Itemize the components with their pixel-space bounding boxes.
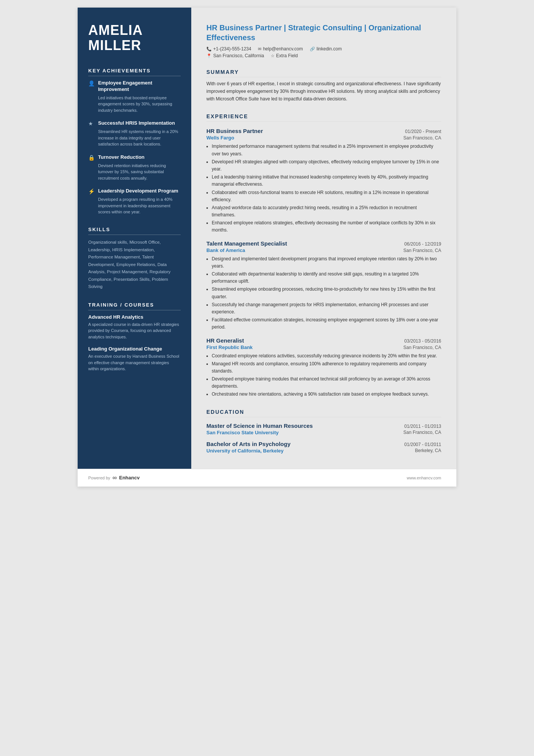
achievement-item: ⚡ Leadership Development Program Develop… [88,188,181,215]
achievement-icon-4: ⚡ [88,188,95,194]
professional-title: HR Business Partner | Strategic Consulti… [206,23,441,42]
bullet-item: Implemented performance management syste… [212,143,441,157]
education-entry: Bachelor of Arts in Psychology 01/2007 -… [206,441,441,454]
footer-left: Powered by ∞ Enhancv [88,474,140,481]
bullet-item: Managed HR records and compliance, ensur… [212,360,441,375]
footer-website: www.enhancv.com [407,476,441,480]
training-item: Leading Organizational Change An executi… [88,346,181,372]
email-contact: ✉ help@enhancv.com [258,46,303,52]
powered-by-label: Powered by [88,476,110,480]
skills-heading: SKILLS [88,227,181,235]
sidebar: AMELIA MILLER KEY ACHIEVEMENTS 👤 Employe… [78,8,191,469]
achievement-item: 👤 Employee Engagement Improvement Led in… [88,80,181,113]
achievement-header: ★ Successful HRIS Implementation [88,120,181,127]
resume-footer: Powered by ∞ Enhancv www.enhancv.com [78,469,456,487]
edu-sub: San Francisco State University San Franc… [206,430,441,435]
skills-text: Organizational skills, Microsoft Office,… [88,239,181,291]
resume-container: AMELIA MILLER KEY ACHIEVEMENTS 👤 Employe… [78,8,456,487]
achievement-header: 🔒 Turnover Reduction [88,154,181,161]
location-contact: 📍 San Francisco, California [206,53,264,58]
job-header: Talent Management Specialist 06/2016 - 1… [206,240,441,247]
achievement-item: 🔒 Turnover Reduction Devised retention i… [88,154,181,182]
achievements-list: 👤 Employee Engagement Improvement Led in… [88,80,181,215]
extra-contact: ☆ Extra Field [271,53,298,58]
achievement-icon-3: 🔒 [88,155,95,161]
bullet-item: Enhanced employee relations strategies, … [212,219,441,234]
job-header: HR Business Partner 01/2020 - Present [206,128,441,134]
job-entry: Talent Management Specialist 06/2016 - 1… [206,240,441,331]
education-section-title: EDUCATION [206,409,441,417]
job-entry: HR Generalist 03/2013 - 05/2016 First Re… [206,337,441,398]
job-bullets: Implemented performance management syste… [212,143,441,234]
job-sub: First Republic Bank San Francisco, CA [206,344,441,350]
bullet-item: Developed employee training modules that… [212,376,441,390]
bullet-item: Successfully led change management proje… [212,301,441,316]
job-header: HR Generalist 03/2013 - 05/2016 [206,337,441,344]
job-sub: Bank of America San Francisco, CA [206,247,441,253]
bullet-item: Designed and implemented talent developm… [212,255,441,270]
bullet-item: Orchestrated new hire orientations, achi… [212,391,441,398]
edu-sub: University of California, Berkeley Berke… [206,448,441,454]
bullet-item: Collaborated with departmental leadershi… [212,271,441,285]
bullet-item: Facilitated effective communication stra… [212,316,441,331]
education-entry: Master of Science in Human Resources 01/… [206,423,441,435]
linkedin-icon: 🔗 [310,47,315,52]
job-bullets: Coordinated employee relations activitie… [212,352,441,398]
contact-row-2: 📍 San Francisco, California ☆ Extra Fiel… [206,53,441,58]
job-sub: Wells Fargo San Francisco, CA [206,135,441,141]
resume-body: AMELIA MILLER KEY ACHIEVEMENTS 👤 Employe… [78,8,456,469]
job-bullets: Designed and implemented talent developm… [212,255,441,331]
achievement-icon-1: 👤 [88,80,95,86]
summary-text: With over 6 years of HR expertise, I exc… [206,80,441,103]
location-icon: 📍 [206,53,212,58]
edu-header: Bachelor of Arts in Psychology 01/2007 -… [206,441,441,447]
achievement-icon-2: ★ [88,121,95,127]
linkedin-contact: 🔗 linkedin.com [310,46,342,52]
training-item: Advanced HR Analytics A specialized cour… [88,314,181,340]
email-icon: ✉ [258,47,261,52]
candidate-name: AMELIA MILLER [88,23,181,53]
enhancv-brand: Enhancv [119,475,140,481]
achievement-header: 👤 Employee Engagement Improvement [88,80,181,93]
training-list: Advanced HR Analytics A specialized cour… [88,314,181,372]
enhancv-infinity-icon: ∞ [112,474,117,481]
star-icon: ☆ [271,53,275,58]
achievement-header: ⚡ Leadership Development Program [88,188,181,194]
bullet-item: Analyzed workforce data to accurately pr… [212,204,441,219]
training-heading: TRAINING / COURSES [88,302,181,310]
bullet-item: Coordinated employee relations activitie… [212,352,441,360]
edu-header: Master of Science in Human Resources 01/… [206,423,441,429]
achievement-item: ★ Successful HRIS Implementation Streaml… [88,120,181,147]
achievements-heading: KEY ACHIEVEMENTS [88,68,181,76]
bullet-item: Streamlined employee onboarding processe… [212,286,441,300]
experience-section-title: EXPERIENCE [206,113,441,122]
bullet-item: Developed HR strategies aligned with com… [212,158,441,173]
summary-section-title: SUMMARY [206,69,441,77]
phone-contact: 📞 +1-(234)-555-1234 [206,46,251,52]
contact-row-1: 📞 +1-(234)-555-1234 ✉ help@enhancv.com 🔗… [206,46,441,52]
bullet-item: Led a leadership training initiative tha… [212,174,441,188]
bullet-item: Collaborated with cross-functional teams… [212,189,441,203]
phone-icon: 📞 [206,47,212,52]
job-entry: HR Business Partner 01/2020 - Present We… [206,128,441,234]
main-content: HR Business Partner | Strategic Consulti… [191,8,456,469]
